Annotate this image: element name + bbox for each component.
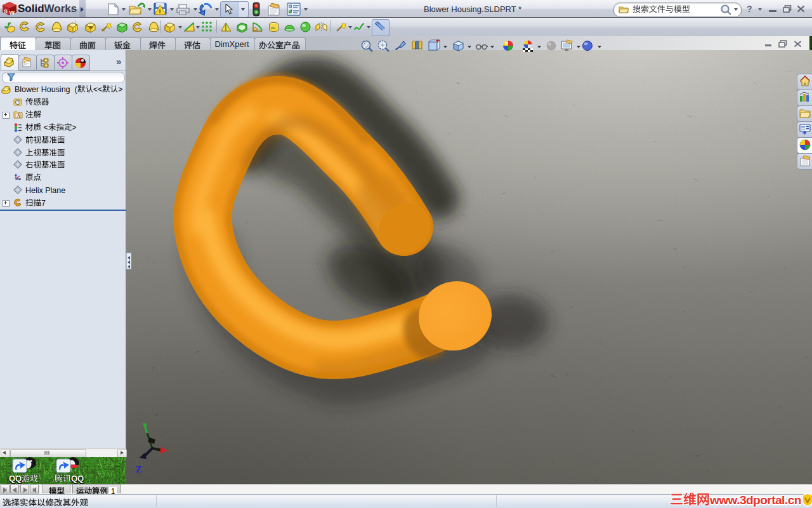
svg-text:W: W [10,10,15,16]
svg-text:A: A [17,113,21,119]
svg-text:co: co [271,26,275,30]
svg-text:S: S [4,8,8,15]
svg-text:!: ! [159,8,161,15]
svg-text:Z: Z [136,465,141,474]
